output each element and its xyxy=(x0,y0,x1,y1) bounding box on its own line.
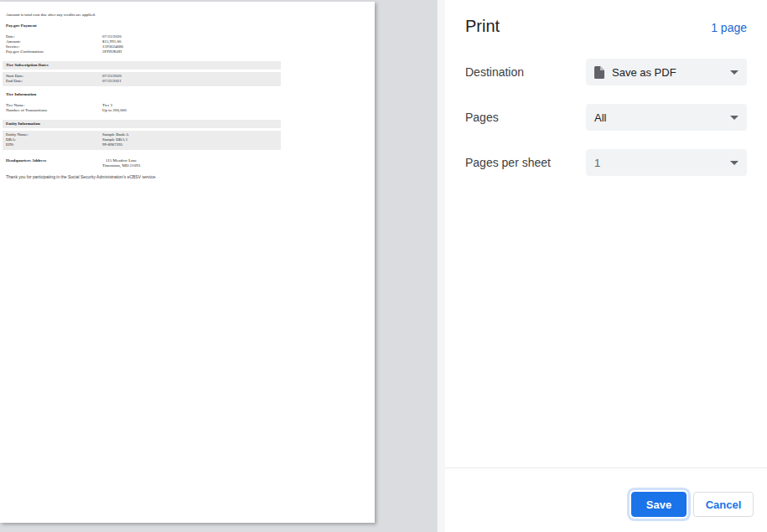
pages-per-sheet-label: Pages per sheet xyxy=(465,149,551,176)
destination-value: Save as PDF xyxy=(612,66,730,79)
pages-per-sheet-dropdown[interactable]: 1 xyxy=(586,149,747,176)
document-preview-page: Amount is total cost due after any credi… xyxy=(0,2,375,523)
doc-row: Pay.gov Confirmation: 3FPIUK6H xyxy=(6,49,281,54)
doc-section-address: Headquarters Address 115 Meadow Lane Tim… xyxy=(3,158,281,168)
doc-row: Number of Transactions: Up to 200,000 xyxy=(6,108,281,113)
doc-section-title: Tier Subscription Dates xyxy=(3,61,281,70)
pages-dropdown[interactable]: All xyxy=(586,104,747,131)
destination-dropdown[interactable]: Save as PDF xyxy=(586,59,747,85)
chevron-down-icon xyxy=(730,70,738,75)
doc-section-paygov: Pay.gov Payment Date: 07/23/2020 Amount:… xyxy=(3,22,281,57)
destination-label: Destination xyxy=(465,59,524,85)
doc-section-title: Headquarters Address xyxy=(6,158,102,168)
chevron-down-icon xyxy=(730,116,738,120)
cancel-button[interactable]: Cancel xyxy=(693,492,754,517)
preview-scrollbar[interactable] xyxy=(437,0,445,532)
page-title: Print xyxy=(465,17,500,36)
address-lines: 115 Meadow Lane Timonium, MD 21093 xyxy=(102,158,140,168)
pages-per-sheet-row: Pages per sheet 1 xyxy=(465,149,747,176)
doc-section-entity: Entity Information Entity Name: Sample B… xyxy=(3,120,281,150)
chevron-down-icon xyxy=(730,161,738,165)
pages-value: All xyxy=(594,111,730,124)
pages-label: Pages xyxy=(465,104,499,131)
print-preview-area: Amount is total cost due after any credi… xyxy=(0,0,437,532)
print-settings-panel: Print 1 page Destination Save as PDF Pag… xyxy=(445,0,767,532)
doc-section-tier-info: Tier Information Tier Name: Tier 3 Numbe… xyxy=(3,90,281,116)
pages-row: Pages All xyxy=(465,104,747,131)
doc-footer-line: Thank you for participating in the Socia… xyxy=(3,174,281,179)
pages-per-sheet-value: 1 xyxy=(594,157,730,169)
doc-section-title: Tier Information xyxy=(3,90,281,99)
doc-section-title: Pay.gov Payment xyxy=(3,22,281,30)
doc-section-title: Entity Information xyxy=(3,120,281,128)
page-count-label: 1 page xyxy=(711,21,747,34)
destination-row: Destination Save as PDF xyxy=(465,59,747,85)
doc-row: End Date: 07/22/2021 xyxy=(6,79,281,84)
panel-footer: Save Cancel xyxy=(445,467,767,532)
save-button[interactable]: Save xyxy=(631,492,687,517)
doc-row: EIN: 99-8967395 xyxy=(6,142,281,147)
pdf-file-icon xyxy=(594,66,604,79)
panel-header: Print 1 page xyxy=(465,17,747,36)
doc-intro-line: Amount is total cost due after any credi… xyxy=(3,13,281,18)
doc-section-tier-dates: Tier Subscription Dates Start Date: 07/2… xyxy=(3,61,281,86)
